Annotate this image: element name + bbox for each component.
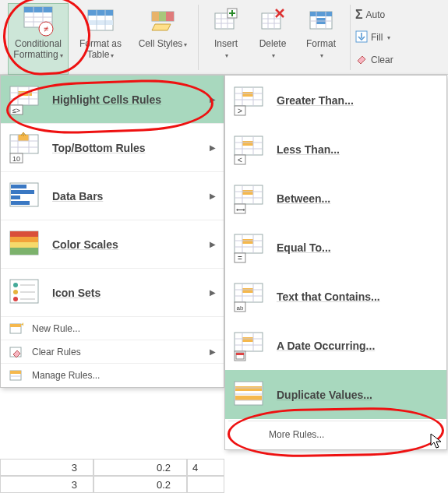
delete-button[interactable]: Delete▾ — [250, 3, 295, 75]
text-contains-icon: ab — [233, 280, 266, 313]
svg-rect-63 — [10, 242, 38, 248]
autosum-button[interactable]: Σ Auto — [355, 5, 393, 25]
cell[interactable]: 3 — [0, 476, 93, 493]
conditional-formatting-label: Conditional Formatting▾ — [12, 38, 65, 62]
svg-rect-130 — [235, 396, 262, 400]
cell[interactable]: 3 — [0, 459, 93, 476]
svg-rect-15 — [159, 12, 166, 21]
sub-between[interactable]: ⟷ Between... — [225, 174, 446, 223]
editing-group: Σ Auto Fill▾ Clear — [351, 3, 393, 70]
svg-text:≤>: ≤> — [12, 107, 20, 114]
submenu-label: Duplicate Values... — [277, 389, 372, 401]
svg-rect-1 — [24, 7, 52, 12]
sub-equal-to[interactable]: = Equal To... — [225, 223, 446, 272]
menu-label: Highlight Cells Rules — [52, 93, 161, 106]
equal-to-icon: = — [233, 231, 266, 264]
menu-top-bottom-rules[interactable]: 10 Top/Bottom Rules ▶ — [1, 124, 224, 172]
new-rule-icon: ✦ — [9, 321, 24, 336]
autosum-label: Auto — [366, 9, 386, 20]
svg-rect-56 — [11, 185, 26, 188]
insert-label: Insert▾ — [214, 38, 238, 62]
dropdown-arrow-icon: ▾ — [225, 52, 228, 59]
clear-button[interactable]: Clear — [355, 50, 393, 70]
menu-new-rule[interactable]: ✦ New Rule... — [1, 317, 224, 340]
format-cells-icon — [305, 5, 337, 37]
menu-highlight-cells-rules[interactable]: ≤> Highlight Cells Rules ▶ — [1, 76, 224, 124]
svg-text:<: < — [238, 156, 242, 164]
svg-rect-88 — [242, 141, 253, 146]
sigma-icon: Σ — [355, 8, 363, 22]
svg-rect-62 — [10, 237, 38, 242]
insert-cells-icon — [210, 5, 242, 37]
fill-button[interactable]: Fill▾ — [355, 27, 393, 48]
color-scales-icon — [9, 228, 41, 261]
submenu-label: Equal To... — [277, 241, 331, 254]
ribbon: ≠ Conditional Formatting▾ Format as Tabl… — [0, 0, 448, 75]
menu-label: Icon Sets — [52, 287, 101, 299]
sub-date-occurring[interactable]: A Date Occurring... — [225, 321, 446, 370]
manage-rules-icon — [9, 368, 24, 383]
greater-than-icon: > — [233, 84, 266, 117]
submenu-arrow-icon: ▶ — [210, 143, 216, 152]
svg-rect-58 — [11, 195, 20, 199]
svg-rect-77 — [10, 371, 21, 374]
format-as-table-button[interactable]: Format as Table▾ — [70, 3, 131, 75]
cell-styles-icon — [147, 5, 178, 37]
submenu-label: More Rules... — [269, 429, 324, 440]
format-button[interactable]: Format▾ — [297, 3, 345, 75]
menu-manage-rules[interactable]: Manage Rules... — [1, 364, 224, 387]
insert-button[interactable]: Insert▾ — [203, 3, 249, 75]
menu-icon-sets[interactable]: Icon Sets ▶ — [1, 269, 224, 317]
svg-rect-59 — [11, 201, 30, 205]
sub-text-contains[interactable]: ab Text that Contains... — [225, 272, 446, 321]
duplicate-values-icon — [233, 379, 266, 411]
conditional-formatting-button[interactable]: ≠ Conditional Formatting▾ — [8, 3, 69, 75]
submenu-arrow-icon: ▶ — [210, 240, 216, 248]
between-icon: ⟷ — [233, 182, 266, 215]
dropdown-arrow-icon: ▾ — [320, 52, 323, 59]
menu-color-scales[interactable]: Color Scales ▶ — [1, 220, 224, 269]
svg-rect-61 — [10, 231, 38, 237]
svg-rect-96 — [242, 190, 253, 195]
svg-point-68 — [13, 297, 18, 301]
cell-styles-button[interactable]: Cell Styles▾ — [132, 3, 193, 75]
svg-rect-73 — [10, 324, 21, 327]
table-row: 3 0.2 4 — [0, 459, 224, 476]
sub-duplicate-values[interactable]: Duplicate Values... — [225, 370, 446, 419]
cell[interactable]: 0.2 — [93, 459, 187, 476]
sub-more-rules[interactable]: More Rules... — [225, 423, 446, 446]
menu-label: Clear Rules — [32, 347, 81, 357]
dropdown-arrow-icon: ▾ — [272, 52, 275, 59]
menu-clear-rules[interactable]: Clear Rules ▶ — [1, 340, 224, 364]
menu-data-bars[interactable]: Data Bars ▶ — [1, 172, 224, 220]
format-as-table-label: Format as Table▾ — [74, 38, 127, 62]
submenu-arrow-icon: ▶ — [210, 95, 216, 104]
svg-rect-129 — [235, 386, 262, 391]
svg-rect-10 — [88, 20, 113, 25]
svg-text:>: > — [238, 107, 242, 115]
sub-greater-than[interactable]: > Greater Than... — [225, 76, 446, 125]
menu-label: Data Bars — [52, 190, 103, 202]
svg-rect-33 — [310, 12, 332, 16]
svg-text:✦: ✦ — [20, 322, 23, 329]
sub-less-than[interactable]: < Less Than... — [225, 125, 446, 174]
cell[interactable] — [187, 476, 224, 493]
svg-rect-14 — [152, 12, 159, 21]
styles-group: ≠ Conditional Formatting▾ Format as Tabl… — [3, 3, 198, 75]
cells-group: Insert▾ Delete▾ — [199, 3, 350, 75]
dropdown-arrow-icon: ▾ — [60, 52, 63, 59]
svg-point-66 — [13, 283, 18, 287]
cell[interactable]: 0.2 — [93, 476, 187, 493]
svg-rect-80 — [242, 92, 253, 97]
submenu-label: Greater Than... — [277, 94, 354, 107]
eraser-icon — [355, 53, 368, 68]
svg-text:⟷: ⟷ — [236, 206, 245, 213]
conditional-formatting-menu: ≤> Highlight Cells Rules ▶ 10 Top/Bottom… — [0, 75, 224, 388]
dropdown-arrow-icon: ▾ — [387, 34, 390, 41]
cell-styles-label: Cell Styles▾ — [139, 38, 188, 51]
cell[interactable]: 4 — [187, 459, 224, 476]
highlight-cells-rules-icon: ≤> — [9, 83, 41, 116]
svg-point-67 — [13, 290, 18, 294]
submenu-separator — [228, 421, 443, 421]
menu-label: New Rule... — [32, 323, 80, 334]
